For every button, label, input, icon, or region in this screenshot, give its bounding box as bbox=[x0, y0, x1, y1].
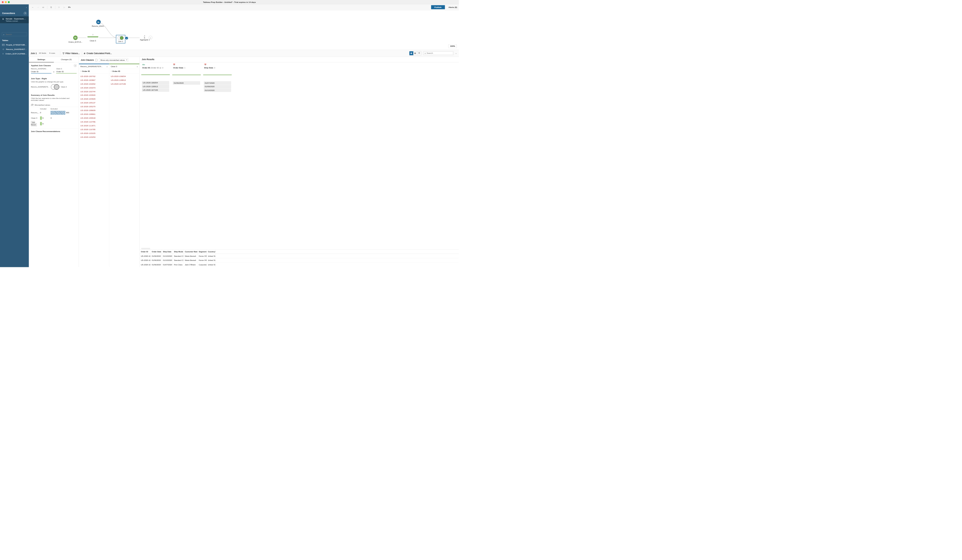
clause-value[interactable]: US-2020-105270 bbox=[79, 105, 109, 108]
tab-changes[interactable]: Changes (0) bbox=[54, 56, 79, 62]
sidebar-search[interactable]: ⌕ bbox=[2, 32, 27, 36]
column-header[interactable]: Ship Mode bbox=[173, 249, 184, 253]
clause-value[interactable]: US-2020-123225 bbox=[79, 131, 109, 135]
view-list[interactable]: ☰ bbox=[417, 51, 421, 55]
clause-value[interactable]: US-2020-108861 bbox=[79, 112, 109, 116]
clause-value[interactable]: US-2020-167199 bbox=[109, 82, 139, 86]
field-value[interactable]: US-2020-106054 bbox=[142, 81, 169, 85]
column-header[interactable]: Customer Name bbox=[184, 249, 198, 253]
column-header[interactable]: Order Date bbox=[150, 249, 161, 253]
sidebar-search-input[interactable] bbox=[6, 33, 26, 36]
search-icon: ⌕ bbox=[3, 33, 5, 36]
view-grid[interactable]: ▤ bbox=[413, 51, 417, 55]
column-header[interactable]: Country/Re bbox=[207, 249, 216, 253]
clause-value[interactable]: US-2020-104829 bbox=[79, 97, 109, 101]
clause-value[interactable]: US-2020-103373 bbox=[79, 86, 109, 90]
clause-col-field[interactable]: Order ID bbox=[109, 69, 139, 74]
table-row[interactable]: US-2020-16701/06/202001/10/2020Standard … bbox=[140, 258, 459, 263]
clause-value[interactable]: US-2020-102652 bbox=[79, 82, 109, 86]
clause-value[interactable]: US-2020-130813 bbox=[109, 78, 139, 82]
column-header[interactable]: Ship Date bbox=[161, 249, 173, 253]
window-minimize[interactable] bbox=[5, 1, 7, 3]
cell: 01/06/2020 bbox=[150, 258, 161, 263]
excluded-bar[interactable] bbox=[50, 111, 65, 115]
result-field-card[interactable]: AbcOrder ID (Order ID-1)3US-2020-106054U… bbox=[141, 62, 170, 247]
included-bar[interactable] bbox=[40, 122, 42, 125]
field-value[interactable]: US-2020-167199 bbox=[142, 89, 169, 92]
flow-canvas[interactable]: 100% 🗎 Returns_2AA0... 🗎 Orders_ECFCA...… bbox=[29, 10, 459, 50]
flow-node-join[interactable]: Join 1 bbox=[116, 35, 125, 44]
flow-node-aggregate[interactable]: ↗Σ Aggregate 1 bbox=[140, 35, 150, 41]
mismatched-checkbox[interactable] bbox=[95, 59, 98, 61]
search-icon[interactable]: ⌕ bbox=[137, 66, 138, 68]
clause-value[interactable]: US-2020-103940 bbox=[79, 93, 109, 97]
add-connection-button[interactable]: + bbox=[24, 12, 27, 15]
create-calc-field-button[interactable]: ⎚ Create Calculated Field... bbox=[84, 52, 111, 55]
clause-right-field[interactable]: Order ID bbox=[56, 70, 77, 74]
alerts-button[interactable]: Alerts (0) bbox=[449, 6, 457, 8]
view-profile[interactable]: ▦ bbox=[409, 51, 413, 55]
cell: 01/10/2020 bbox=[161, 258, 173, 263]
field-value[interactable]: 01/06/2020 bbox=[173, 81, 200, 85]
filter-icon: ▽ bbox=[63, 52, 64, 55]
clause-value[interactable]: US-2020-110786 bbox=[79, 120, 109, 124]
clause-value[interactable]: US-2020-109918 bbox=[79, 116, 109, 120]
table-item-people[interactable]: People_D73023733B... bbox=[0, 43, 29, 47]
column-header[interactable]: Order ID bbox=[140, 249, 150, 253]
add-clause-button[interactable]: + bbox=[74, 64, 77, 67]
join-type-selector[interactable]: Returns_2AA0FE4D73... Clean 3 bbox=[29, 84, 79, 92]
clause-value[interactable]: US-2020-105137 bbox=[79, 101, 109, 105]
field-value[interactable]: 01/07/2020 bbox=[204, 81, 231, 85]
clause-value[interactable]: US-2020-123253 bbox=[79, 135, 109, 139]
venn-right[interactable] bbox=[54, 84, 59, 90]
window-close[interactable] bbox=[2, 1, 4, 3]
step-search[interactable]: ⌕ bbox=[423, 51, 454, 55]
expand-icon[interactable]: ⌄ bbox=[455, 52, 457, 55]
table-row[interactable]: US-2020-16701/06/202001/07/2020First Cla… bbox=[140, 263, 459, 267]
add-step-button[interactable]: + bbox=[148, 36, 152, 39]
save-button[interactable]: ▭ bbox=[41, 5, 45, 9]
clause-value[interactable]: US-2020-106054 bbox=[109, 74, 139, 78]
step-search-input[interactable] bbox=[427, 52, 452, 55]
table-row[interactable]: US-2020-16701/06/202001/10/2020Standard … bbox=[140, 254, 459, 258]
field-value[interactable]: 01/08/2020 bbox=[204, 85, 231, 89]
clause-value[interactable]: US-2020-103744 bbox=[79, 89, 109, 93]
run-flow-button[interactable]: ▷ bbox=[62, 5, 66, 9]
clause-value[interactable]: US-2020-111871 bbox=[79, 124, 109, 127]
settings-dropdown[interactable]: ⇄▾ bbox=[68, 5, 72, 9]
clause-value[interactable]: US-2020-108609 bbox=[79, 108, 109, 112]
field-value[interactable]: 01/10/2020 bbox=[204, 89, 231, 92]
clause-col-field[interactable]: Order ID bbox=[79, 69, 109, 74]
clause-value[interactable]: US-2020-100762 bbox=[79, 74, 109, 78]
table-item-returns[interactable]: Returns_2AA0FE4D7... bbox=[0, 47, 29, 52]
add-branch-button[interactable]: + bbox=[125, 37, 128, 39]
filter-values-button[interactable]: ▽ Filter Values... bbox=[63, 52, 80, 55]
result-field-card[interactable]: Ship Date301/07/202001/08/202001/10/2020 bbox=[203, 62, 232, 247]
sidebar-collapse[interactable]: ‹ bbox=[0, 4, 29, 10]
data-sample-button[interactable]: ⎘ bbox=[49, 5, 53, 9]
flow-node-clean[interactable]: ▽ Clean 3 bbox=[87, 35, 98, 42]
clause-value[interactable]: US-2020-100867 bbox=[79, 78, 109, 82]
cell: 01/10/2020 bbox=[161, 254, 173, 258]
tab-settings[interactable]: Settings bbox=[29, 56, 54, 62]
publish-button[interactable]: Publish bbox=[431, 5, 445, 9]
window-maximize[interactable] bbox=[8, 1, 10, 3]
zoom-level[interactable]: 100% bbox=[448, 44, 457, 48]
column-header[interactable]: Segment bbox=[198, 249, 207, 253]
clause-operator[interactable]: = bbox=[53, 71, 54, 74]
table-item-orders[interactable]: Orders_ECFCA1FB69... bbox=[0, 52, 29, 56]
clause-left-field[interactable]: Order ID bbox=[31, 70, 51, 74]
result-field-card[interactable]: Order Date101/06/2020 bbox=[172, 62, 201, 247]
field-value[interactable]: US-2020-130813 bbox=[142, 85, 169, 88]
flow-node-orders[interactable]: 🗎 Orders_ECFCA... bbox=[68, 36, 83, 43]
flow-connector bbox=[74, 37, 87, 38]
refresh-button[interactable]: ⟳ bbox=[57, 5, 61, 9]
field-type-icon bbox=[172, 63, 201, 66]
search-icon[interactable]: ⌕ bbox=[107, 66, 108, 68]
back-button[interactable]: ← bbox=[31, 5, 35, 9]
clause-value[interactable]: US-2020-116785 bbox=[79, 127, 109, 131]
mismatched-dropdown[interactable]: Show only mismatched values bbox=[99, 58, 128, 62]
tables-label: Tables bbox=[0, 38, 29, 43]
included-bar[interactable] bbox=[40, 116, 42, 119]
connection-item[interactable]: 🗎 Sample - Superstore.... Tableau extrac… bbox=[0, 16, 29, 23]
